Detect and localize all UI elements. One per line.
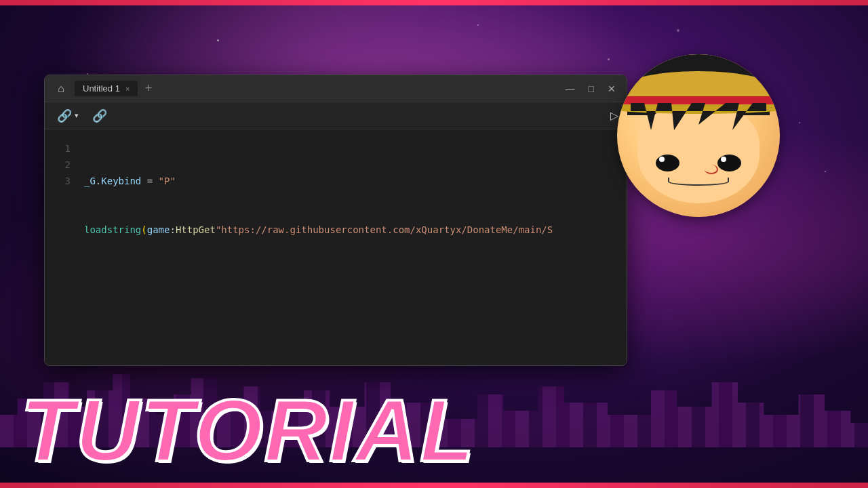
minimize-button[interactable]: —: [563, 82, 578, 96]
character-circle: [617, 54, 780, 217]
line-number-3: 3: [53, 173, 71, 189]
line-number-1: 1: [53, 140, 71, 157]
title-bar: ⌂ Untitled 1 × + — □ ✕: [45, 75, 627, 102]
execute-button[interactable]: 🔗 ▾: [53, 106, 83, 126]
attach-button[interactable]: 🔗: [88, 106, 111, 126]
tutorial-label: TUTORIAL: [20, 386, 475, 474]
left-eye: [656, 155, 679, 171]
right-eye: [717, 155, 741, 171]
code-line-1: _G.Keybind = "P": [84, 173, 621, 189]
editor-window: ⌂ Untitled 1 × + — □ ✕ 🔗 ▾ 🔗 ▷ 1 2 3 _G.…: [44, 75, 627, 366]
code-line-2: loadstring(game:HttpGet"https://raw.gith…: [84, 222, 621, 238]
execute-icon: 🔗: [57, 108, 72, 123]
execute-dropdown[interactable]: ▾: [75, 111, 79, 120]
character-avatar: [617, 54, 793, 258]
top-bar: [0, 0, 868, 5]
home-icon[interactable]: ⌂: [53, 81, 69, 97]
code-area[interactable]: 1 2 3 _G.Keybind = "P" loadstring(game:H…: [45, 129, 627, 365]
tab-title: Untitled 1: [83, 83, 120, 94]
new-tab-button[interactable]: +: [140, 81, 157, 97]
close-button[interactable]: ✕: [605, 82, 618, 96]
line-numbers: 1 2 3: [45, 140, 79, 354]
eyes: [656, 155, 741, 171]
face: [637, 105, 760, 203]
bottom-bar: [0, 483, 868, 488]
line-number-2: 2: [53, 157, 71, 173]
maximize-button[interactable]: □: [586, 82, 597, 96]
tab-close-icon[interactable]: ×: [125, 85, 130, 93]
code-content[interactable]: _G.Keybind = "P" loadstring(game:HttpGet…: [79, 140, 627, 354]
toolbar: 🔗 ▾ 🔗 ▷: [45, 102, 627, 129]
tutorial-text-container: TUTORIAL: [0, 386, 868, 474]
editor-tab[interactable]: Untitled 1 ×: [75, 81, 138, 96]
window-controls: — □ ✕: [563, 82, 618, 96]
attach-icon: 🔗: [92, 108, 107, 123]
scar: [705, 165, 718, 174]
smile: [668, 178, 729, 186]
